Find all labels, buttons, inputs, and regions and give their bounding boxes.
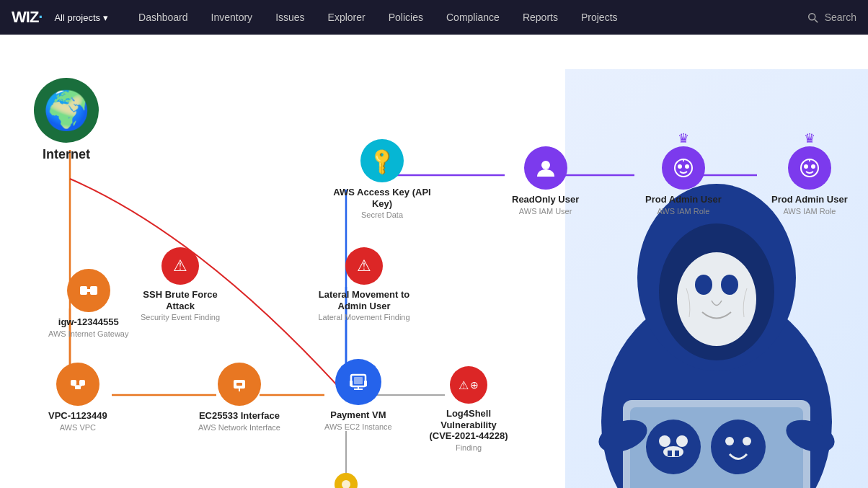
nav-inventory[interactable]: Inventory <box>201 0 263 35</box>
user-icon <box>534 156 557 179</box>
svg-rect-45 <box>350 381 353 386</box>
ec2-icon <box>345 369 371 395</box>
robot-icon-1 <box>672 156 695 179</box>
warning-icon: ⚠ <box>173 257 187 275</box>
target-icon: ⊕ <box>470 379 479 391</box>
lateral-circle: ⚠ <box>345 247 383 285</box>
vm-label: Payment VM <box>330 409 386 421</box>
internet-label: Internet <box>43 147 90 163</box>
vpc-icon <box>66 373 89 396</box>
node-pa2: ♛ Prod Admin User AWS IAM Role <box>771 146 848 216</box>
svg-rect-42 <box>354 377 363 384</box>
ro-circle <box>524 146 567 190</box>
node-vm: Payment VM AWS EC2 Instance <box>324 359 392 432</box>
pa1-circle <box>662 146 705 190</box>
node-log4shell: ⚠ ⊕ Log4Shell Vulnerability(CVE-2021-442… <box>418 366 519 453</box>
nav-reports[interactable]: Reports <box>513 0 568 35</box>
logo-dot: · <box>38 8 43 27</box>
lateral-warning-icon: ⚠ <box>357 257 371 275</box>
node-ssh: ⚠ SSH Brute Force Attack Security Event … <box>133 247 227 322</box>
ssh-label: SSH Brute Force Attack <box>133 289 227 311</box>
nic-label: EC25533 Interface <box>199 410 280 422</box>
pa2-sublabel: AWS IAM Role <box>783 207 836 216</box>
svg-rect-30 <box>80 286 87 295</box>
chevron-down-icon: ▾ <box>103 12 108 23</box>
svg-point-4 <box>695 275 712 295</box>
igw-sublabel: AWS Internet Gateway <box>48 329 128 339</box>
nav-compliance[interactable]: Compliance <box>436 0 510 35</box>
nav-dashboard[interactable]: Dashboard <box>128 0 198 35</box>
svg-point-16 <box>743 437 751 445</box>
node-internet: 🌍 Internet <box>34 78 99 163</box>
robot-icon-2 <box>798 156 821 179</box>
small-yellow-circle <box>335 473 358 488</box>
gateway-icon <box>77 279 100 302</box>
crown-icon-1: ♛ <box>678 130 689 146</box>
svg-point-5 <box>721 275 738 295</box>
log4shell-sublabel: Finding <box>456 443 482 453</box>
svg-point-11 <box>663 446 683 458</box>
pa2-circle <box>788 146 831 190</box>
ro-sublabel: AWS IAM User <box>519 207 572 216</box>
svg-rect-34 <box>79 380 85 386</box>
svg-point-14 <box>711 420 766 474</box>
svg-point-9 <box>659 435 670 447</box>
nav-explorer[interactable]: Explorer <box>318 0 376 35</box>
igw-circle <box>67 269 110 312</box>
key-circle: 🔑 <box>360 139 404 182</box>
node-vpc: VPC-1123449 AWS VPC <box>48 363 107 432</box>
svg-point-48 <box>675 159 692 177</box>
key-sublabel: Secret Data <box>361 210 403 220</box>
projects-label: All projects <box>54 12 100 23</box>
svg-rect-12 <box>668 451 672 456</box>
ssh-circle: ⚠ <box>161 247 199 285</box>
network-interface-icon <box>228 373 251 396</box>
vpc-label: VPC-1123449 <box>48 410 107 422</box>
svg-point-50 <box>685 164 689 169</box>
svg-point-15 <box>725 437 734 445</box>
graph-canvas: 🌍 Internet igw-12344555 AWS Internet Gat… <box>0 35 868 488</box>
crown-icon-2: ♛ <box>804 130 815 146</box>
svg-rect-33 <box>71 380 76 386</box>
nic-circle <box>218 363 261 406</box>
nav-issues[interactable]: Issues <box>265 0 314 35</box>
ro-label: ReadOnly User <box>512 194 579 205</box>
log4shell-icons: ⚠ ⊕ <box>459 378 479 392</box>
igw-label: igw-12344555 <box>58 316 119 328</box>
nav-policies[interactable]: Policies <box>378 0 433 35</box>
svg-rect-13 <box>675 451 679 456</box>
pa1-sublabel: AWS IAM Role <box>657 207 709 216</box>
log4shell-label: Log4Shell Vulnerability(CVE-2021-44228) <box>418 408 519 442</box>
node-ro: ReadOnly User AWS IAM User <box>512 146 579 216</box>
node-nic: EC25533 Interface AWS Network Interface <box>198 363 280 432</box>
log4shell-circle: ⚠ ⊕ <box>450 366 487 404</box>
node-key: 🔑 AWS Access Key (API Key) Secret Data <box>324 139 440 220</box>
logo-text: WIZ <box>12 8 38 27</box>
logo: WIZ· <box>12 8 43 27</box>
lateral-sublabel: Lateral Movement Finding <box>318 313 409 322</box>
svg-point-49 <box>678 164 682 169</box>
svg-point-10 <box>676 435 688 447</box>
small-icon-1 <box>340 479 352 488</box>
key-label: AWS Access Key (API Key) <box>324 187 440 209</box>
svg-point-52 <box>801 159 818 177</box>
navbar: WIZ· All projects ▾ Dashboard Inventory … <box>0 0 868 35</box>
nav-projects-link[interactable]: Projects <box>571 0 628 35</box>
ssh-sublabel: Security Event Finding <box>141 313 220 322</box>
node-igw: igw-12344555 AWS Internet Gateway <box>48 269 128 339</box>
node-small-1 <box>335 473 358 488</box>
projects-dropdown[interactable]: All projects ▾ <box>54 12 108 23</box>
svg-point-54 <box>811 164 815 169</box>
search-icon <box>806 11 819 24</box>
svg-rect-32 <box>87 289 91 292</box>
pa2-label: Prod Admin User <box>771 194 848 205</box>
vm-circle <box>335 359 381 405</box>
vpc-circle <box>56 363 99 406</box>
lateral-label: Lateral Movement to Admin User <box>306 289 422 311</box>
svg-point-47 <box>541 161 550 169</box>
svg-rect-31 <box>90 286 97 295</box>
svg-point-56 <box>342 480 350 488</box>
vpc-sublabel: AWS VPC <box>60 423 96 432</box>
search-button[interactable]: Search <box>806 11 856 24</box>
pa1-label: Prod Admin User <box>645 194 722 205</box>
